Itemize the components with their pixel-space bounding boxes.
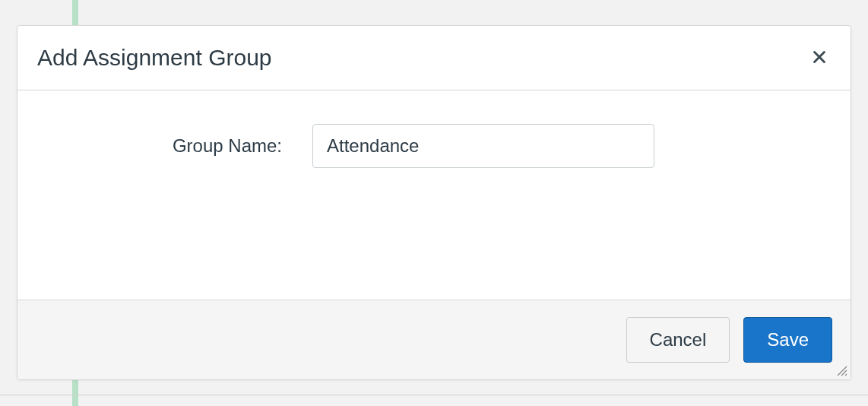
group-name-input[interactable] [312, 124, 654, 168]
resize-handle-icon [836, 365, 848, 377]
save-button[interactable]: Save [743, 317, 832, 363]
close-icon [811, 49, 828, 68]
cancel-button[interactable]: Cancel [626, 317, 730, 363]
svg-line-2 [838, 366, 847, 376]
group-name-label: Group Name: [48, 135, 312, 157]
modal-footer: Cancel Save [17, 300, 851, 379]
modal-body: Group Name: [17, 90, 851, 300]
svg-line-3 [841, 370, 847, 376]
group-name-row: Group Name: [48, 124, 820, 168]
background-line [0, 395, 868, 395]
add-assignment-group-modal: Add Assignment Group Group Name: Cancel … [17, 25, 851, 380]
svg-line-4 [845, 374, 847, 376]
modal-title: Add Assignment Group [37, 45, 272, 71]
modal-header: Add Assignment Group [17, 26, 851, 90]
close-button[interactable] [808, 46, 831, 71]
